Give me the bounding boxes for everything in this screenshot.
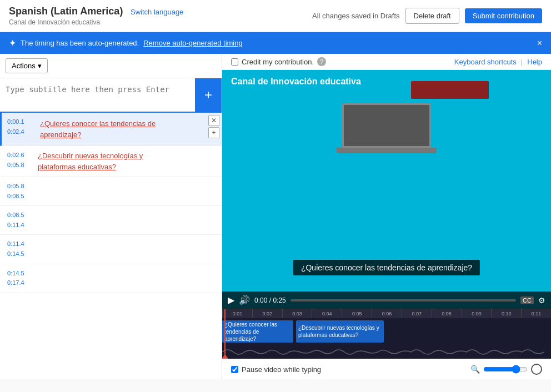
timeline-tick: 0:11 — [521, 309, 551, 318]
timeline-tick: 0:02 — [252, 309, 282, 318]
credit-left: Credit my contribution. ? — [231, 57, 326, 66]
timeline-tick: 0:07 — [402, 309, 432, 318]
subtitle-item: 0:08.5 0:11.4 — [0, 206, 222, 235]
subtitle-start-time: 0:08.5 — [7, 210, 38, 220]
zoom-control: 🔍 — [470, 364, 542, 375]
add-below-button[interactable]: + — [208, 127, 219, 138]
right-panel: Credit my contribution. ? Keyboard short… — [222, 54, 551, 379]
credit-links: Keyboard shortcuts | Help — [454, 58, 542, 66]
timeline-tick: 0:08 — [432, 309, 462, 318]
current-time: 0:00 — [254, 296, 267, 304]
subtitle-time: 0:02.6 0:05.8 — [7, 150, 38, 170]
timeline-tick: 0:10 — [491, 309, 521, 318]
subtitle-end-time: 0:11.4 — [7, 220, 38, 230]
subtitle-end-time: 0:14.5 — [7, 249, 38, 259]
pause-video-label[interactable]: Pause video while typing — [231, 365, 321, 374]
delete-draft-button[interactable]: Delete draft — [405, 8, 459, 24]
pause-video-text: Pause video while typing — [242, 365, 321, 374]
subtitle-item: 0:00.1 0:02.4 ¿Quieres conocer las tende… — [0, 113, 222, 146]
subtitle-start-time: 0:05.8 — [7, 182, 38, 192]
actions-button[interactable]: Actions ▾ — [6, 58, 48, 73]
subtitle-item: 0:02.6 0:05.8 ¿Descubrir nuevas tecnolog… — [0, 146, 222, 177]
auto-generated-banner: ✦ The timing has been auto-generated. Re… — [0, 32, 551, 54]
keyboard-shortcuts-link[interactable]: Keyboard shortcuts — [454, 58, 517, 66]
subtitle-item: 0:11.4 0:14.5 — [0, 235, 222, 264]
toolbar: Actions ▾ — [0, 54, 222, 78]
subtitle-text[interactable]: ¿Descubrir nuevas tecnologías y platafor… — [38, 150, 216, 172]
banner-text: The timing has been auto-generated. — [21, 39, 139, 47]
subtitle-start-time: 0:11.4 — [7, 239, 38, 249]
subtitle-time: 0:14.5 0:17.4 — [7, 269, 38, 288]
left-panel: Actions ▾ + 0:00.1 0:02.4 ¿Quieres conoc… — [0, 54, 222, 379]
video-laptop — [337, 103, 437, 159]
caption-block[interactable]: ¿Quieres conocer las tendencias de apren… — [222, 320, 293, 343]
subtitle-start-time: 0:02.6 — [7, 150, 38, 160]
volume-button[interactable]: 🔊 — [239, 295, 250, 305]
subtitle-time: 0:11.4 0:14.5 — [7, 239, 38, 259]
actions-label: Actions — [12, 62, 36, 70]
progress-bar[interactable] — [290, 299, 516, 301]
separator: | — [521, 58, 523, 66]
subtitle-list: 0:00.1 0:02.4 ¿Quieres conocer las tende… — [0, 113, 222, 379]
banner-close-button[interactable]: × — [537, 38, 542, 48]
video-controls: ▶ 🔊 0:00 / 0:25 CC ⚙ — [222, 292, 551, 309]
actions-chevron-icon: ▾ — [38, 62, 42, 70]
laptop-base — [337, 148, 437, 153]
subtitle-item: 0:14.5 0:17.4 — [0, 264, 222, 293]
subtitle-end-time: 0:08.5 — [7, 192, 38, 202]
credit-checkbox[interactable] — [231, 58, 238, 66]
subtitle-end-time: 0:17.4 — [7, 278, 38, 288]
cc-button[interactable]: CC — [520, 296, 534, 304]
settings-icon[interactable]: ⚙ — [538, 296, 545, 305]
credit-row: Credit my contribution. ? Keyboard short… — [222, 54, 551, 70]
bottom-bar: Pause video while typing 🔍 — [222, 359, 551, 379]
star-icon: ✦ — [9, 38, 16, 48]
main-content: Actions ▾ + 0:00.1 0:02.4 ¿Quieres conoc… — [0, 54, 551, 379]
header: Spanish (Latin America) Switch language … — [0, 0, 551, 32]
caption-block[interactable]: ¿Descubrir nuevas tecnologías y platafor… — [296, 320, 384, 343]
zoom-slider[interactable] — [483, 365, 528, 374]
subtitle-item-actions: ✕ + — [208, 115, 219, 138]
subtitle-time: 0:00.1 0:02.4 — [7, 117, 38, 137]
play-button[interactable]: ▶ — [228, 295, 234, 305]
timeline-tick: 0:04 — [312, 309, 342, 318]
credit-label: Credit my contribution. — [242, 58, 314, 66]
subtitle-input[interactable] — [0, 78, 195, 112]
remove-subtitle-button[interactable]: ✕ — [208, 115, 219, 126]
video-title: Canal de Innovación educativa — [231, 77, 361, 87]
subtitle-start-time: 0:00.1 — [7, 117, 38, 127]
zoom-icon: 🔍 — [470, 365, 480, 374]
timeline-tick: 0:09 — [462, 309, 492, 318]
add-subtitle-button[interactable]: + — [195, 78, 222, 112]
video-container: Canal de Innovación educativa ¿Quieres c… — [222, 70, 551, 309]
help-icon[interactable]: ? — [317, 57, 326, 66]
playhead-triangle — [222, 354, 228, 359]
subtitle-item: 0:05.8 0:08.5 — [0, 177, 222, 206]
playhead — [224, 309, 226, 359]
subtitle-end-time: 0:02.4 — [7, 127, 38, 137]
timeline[interactable]: 0:01 0:02 0:03 0:04 0:05 0:06 0:07 0:08 … — [222, 309, 551, 359]
channel-name: Canal de Innovación educativa — [9, 18, 183, 26]
video-caption: ¿Quieres conocer las tendencias de apren… — [293, 260, 480, 275]
time-display: 0:00 / 0:25 — [254, 296, 286, 304]
help-link[interactable]: Help — [527, 58, 542, 66]
header-left: Spanish (Latin America) Switch language … — [9, 6, 183, 26]
timeline-ruler: 0:01 0:02 0:03 0:04 0:05 0:06 0:07 0:08 … — [222, 309, 551, 318]
subtitle-end-time: 0:05.8 — [7, 160, 38, 170]
timeline-tick: 0:03 — [282, 309, 312, 318]
video-overlay-rect — [411, 81, 489, 99]
submit-button[interactable]: Submit contribution — [465, 8, 542, 23]
waveform — [222, 345, 544, 359]
subtitle-time: 0:05.8 0:08.5 — [7, 182, 38, 201]
pause-video-checkbox[interactable] — [231, 366, 238, 373]
remove-timing-link[interactable]: Remove auto-generated timing — [143, 39, 243, 47]
timeline-tick: 0:06 — [372, 309, 402, 318]
header-right: All changes saved in Drafts Delete draft… — [312, 8, 542, 24]
switch-language-link[interactable]: Switch language — [131, 8, 183, 16]
banner-content: ✦ The timing has been auto-generated. Re… — [9, 38, 243, 48]
subtitle-input-area: + — [0, 78, 222, 113]
subtitle-text[interactable]: ¿Quieres conocer las tendencias de apren… — [38, 117, 216, 141]
subtitle-start-time: 0:14.5 — [7, 269, 38, 279]
saved-status: All changes saved in Drafts — [312, 12, 400, 20]
zoom-circle — [531, 364, 542, 375]
